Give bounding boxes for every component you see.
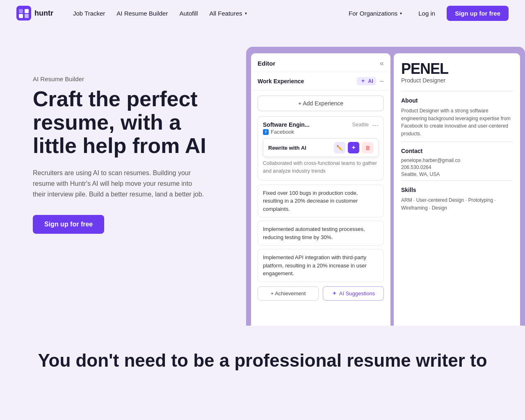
achievement-item: Implemented automated testing processes,… <box>258 221 384 246</box>
rewrite-tooltip: Rewrite with AI ✏️ 🗑 <box>263 138 379 157</box>
resume-about-title: About <box>401 97 513 104</box>
ui-mockup: Editor « Work Experience AI <box>246 47 525 326</box>
svg-rect-4 <box>25 14 29 18</box>
experience-location: Seattle <box>352 121 369 128</box>
section-actions: AI − <box>357 77 384 85</box>
logo[interactable]: huntr <box>16 6 53 21</box>
resume-skills-text: ARM · User-centered Design · Prototyping… <box>401 196 513 212</box>
editor-collapse-button[interactable]: « <box>380 59 384 68</box>
section-header: Work Experience AI − <box>251 72 390 91</box>
experience-bottom-actions: + Achievement AI Suggestions <box>258 286 384 301</box>
experience-card: Software Engin... f Facebook Seattle ⋯ <box>258 116 384 180</box>
nav-for-organizations[interactable]: For Organizations ▾ <box>344 7 407 19</box>
collapse-icon: « <box>380 59 384 68</box>
nav-all-features[interactable]: All Features ▾ <box>204 7 251 19</box>
nav-job-tracker[interactable]: Job Tracker <box>68 7 110 19</box>
ai-suggestions-button[interactable]: AI Suggestions <box>323 286 384 301</box>
ai-rewrite-button[interactable] <box>348 142 359 153</box>
editor-title: Editor <box>258 60 275 67</box>
resume-about-text: Product Designer with a strong software … <box>401 107 513 137</box>
bottom-section: You don't need to be a professional resu… <box>0 326 525 396</box>
resume-role: Product Designer <box>401 77 513 84</box>
tooltip-actions: ✏️ 🗑 <box>334 142 373 153</box>
experience-company: f Facebook <box>263 129 310 135</box>
editor-panel: Editor « Work Experience AI <box>251 53 390 326</box>
resume-divider <box>401 91 513 91</box>
facebook-icon: f <box>263 129 269 135</box>
nav-signup-button[interactable]: Sign up for free <box>447 6 509 21</box>
resume-contact-phone: 206.530.0264 <box>401 164 513 170</box>
hero-title: Craft the perfect resume, with a little … <box>33 87 230 158</box>
hero-section: AI Resume Builder Craft the perfect resu… <box>0 26 525 326</box>
nav-ai-resume-builder[interactable]: AI Resume Builder <box>112 7 173 19</box>
hero-right: Editor « Work Experience AI <box>246 47 525 326</box>
chevron-down-icon-org: ▾ <box>400 11 402 16</box>
resume-contact-location: Seattle, WA, USA <box>401 171 513 177</box>
nav-autofill[interactable]: Autofill <box>174 7 203 19</box>
experience-card-header: Software Engin... f Facebook Seattle ⋯ <box>263 121 379 135</box>
edit-button[interactable]: ✏️ <box>334 142 345 153</box>
editor-header: Editor « <box>251 53 390 72</box>
resume-contact-title: Contact <box>401 148 513 154</box>
hero-cta-button[interactable]: Sign up for free <box>33 215 104 234</box>
experience-more-button[interactable]: ⋯ <box>372 121 379 129</box>
nav-right: For Organizations ▾ Log in Sign up for f… <box>344 6 509 21</box>
resume-name: PENEL <box>401 62 513 76</box>
bottom-title: You don't need to be a professional resu… <box>33 350 492 371</box>
add-achievement-button[interactable]: + Achievement <box>258 286 319 301</box>
hero-description: Recruiters are using AI to scan resumes.… <box>33 168 205 200</box>
achievement-item: Fixed over 100 bugs in production code, … <box>258 185 384 218</box>
resume-preview-panel: PENEL Product Designer About Product Des… <box>394 53 520 326</box>
svg-rect-3 <box>19 14 23 18</box>
resume-divider <box>401 142 513 142</box>
experience-description: Collaborated with cross-functional teams… <box>263 160 379 175</box>
experience-title: Software Engin... <box>263 121 310 128</box>
ai-badge: AI <box>357 77 376 85</box>
navbar: huntr Job Tracker AI Resume Builder Auto… <box>0 0 525 26</box>
add-experience-button[interactable]: + Add Experience <box>258 96 384 111</box>
section-title: Work Experience <box>258 78 304 84</box>
svg-rect-2 <box>25 9 29 13</box>
svg-rect-1 <box>19 9 23 13</box>
resume-skills-title: Skills <box>401 187 513 193</box>
experience-info: Software Engin... f Facebook <box>263 121 310 135</box>
logo-text: huntr <box>34 9 53 18</box>
nav-login[interactable]: Log in <box>413 7 440 19</box>
svg-rect-0 <box>16 6 31 21</box>
hero-left: AI Resume Builder Craft the perfect resu… <box>33 51 230 234</box>
section-collapse-button[interactable]: − <box>379 78 384 85</box>
achievement-item: Implemented API integration with third-p… <box>258 249 384 282</box>
nav-links: Job Tracker AI Resume Builder Autofill A… <box>68 7 344 19</box>
resume-contact-email: penelope.harber@gmail.co <box>401 158 513 163</box>
delete-button[interactable]: 🗑 <box>362 142 373 153</box>
hero-subtitle: AI Resume Builder <box>33 75 230 82</box>
chevron-down-icon: ▾ <box>245 11 247 16</box>
resume-divider <box>401 180 513 181</box>
